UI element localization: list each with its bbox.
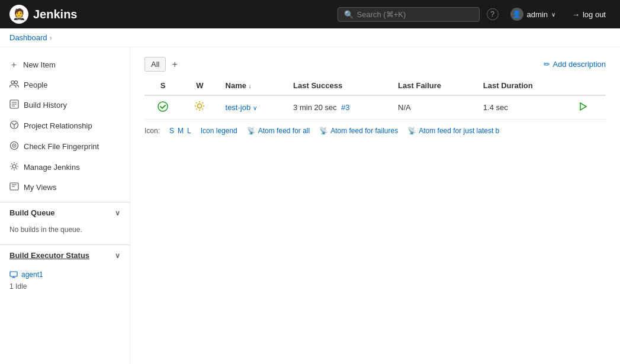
sidebar: ＋ New Item People Build History xyxy=(0,47,130,364)
username-label: admin xyxy=(527,10,548,19)
add-description-label: Add description xyxy=(552,60,606,69)
svg-point-7 xyxy=(12,165,16,168)
build-queue-empty-msg: No builds in the queue. xyxy=(9,226,82,234)
app-header: 🤵 Jenkins 🔍 ? 👤 admin ∨ → log out xyxy=(0,0,620,28)
atom-all-label: Atom feed for all xyxy=(258,127,310,135)
svg-marker-12 xyxy=(580,103,586,110)
sidebar-item-people[interactable]: People xyxy=(0,75,130,95)
col-s: S xyxy=(144,76,181,95)
executor-status-content: agent1 1 Idle xyxy=(0,266,130,298)
atom-failures-label: Atom feed for failures xyxy=(330,127,398,135)
status-success-icon xyxy=(158,105,168,114)
sidebar-label-project-relationship: Project Relationship xyxy=(24,121,92,130)
job-chevron-icon[interactable]: ∨ xyxy=(253,105,257,111)
build-queue-chevron-icon: ∨ xyxy=(115,209,120,217)
svg-point-10 xyxy=(158,102,168,111)
weather-cell xyxy=(181,95,218,120)
app-title: Jenkins xyxy=(33,8,77,21)
sidebar-label-new-item: New Item xyxy=(23,60,56,69)
search-box[interactable]: 🔍 xyxy=(338,7,480,22)
my-views-icon xyxy=(9,182,19,192)
breadcrumb-home[interactable]: Dashboard xyxy=(9,33,47,42)
svg-point-0 xyxy=(11,81,14,84)
sidebar-item-new-item[interactable]: ＋ New Item xyxy=(0,54,130,75)
new-item-icon: ＋ xyxy=(9,59,18,70)
col-name[interactable]: Name ↓ xyxy=(219,76,287,95)
weather-sunny-icon xyxy=(194,102,205,114)
agent-item[interactable]: agent1 xyxy=(9,268,120,281)
logout-button[interactable]: → log out xyxy=(567,8,611,21)
size-m[interactable]: M xyxy=(178,127,184,135)
run-cell xyxy=(571,95,606,120)
job-link[interactable]: test-job xyxy=(226,103,251,112)
help-icon[interactable]: ? xyxy=(487,8,499,20)
sidebar-label-people: People xyxy=(24,80,47,89)
logout-label: log out xyxy=(583,10,606,19)
jenkins-logo[interactable]: 🤵 Jenkins xyxy=(9,5,77,24)
sidebar-label-my-views: My Views xyxy=(24,183,56,192)
fingerprint-icon xyxy=(9,141,19,152)
executor-status-title: Build Executor Status xyxy=(9,251,89,260)
atom-latest-label: Atom feed for just latest b xyxy=(419,127,499,135)
sidebar-item-check-fingerprint[interactable]: Check File Fingerprint xyxy=(0,136,130,157)
last-success-build-link[interactable]: #3 xyxy=(341,103,349,112)
sidebar-item-project-relationship[interactable]: Project Relationship xyxy=(0,115,130,136)
col-actions xyxy=(571,76,606,95)
build-history-icon xyxy=(9,99,19,111)
executor-status-chevron-icon: ∨ xyxy=(115,252,120,260)
sort-arrow-icon: ↓ xyxy=(249,83,252,89)
manage-jenkins-icon xyxy=(9,162,19,173)
sidebar-label-check-fingerprint: Check File Fingerprint xyxy=(24,142,99,151)
executor-status-header[interactable]: Build Executor Status ∨ xyxy=(0,245,130,266)
search-input[interactable] xyxy=(357,10,473,19)
user-menu[interactable]: 👤 admin ∨ xyxy=(506,5,560,23)
table-footer: Icon: S M L Icon legend 📡 Atom feed for … xyxy=(144,120,606,137)
icon-label: Icon: xyxy=(144,127,160,135)
add-description-button[interactable]: ✏ Add description xyxy=(544,60,606,69)
size-options: S M L xyxy=(169,127,191,135)
atom-latest-link[interactable]: 📡 Atom feed for just latest b xyxy=(407,127,499,135)
add-tab-button[interactable]: + xyxy=(168,59,181,70)
sidebar-item-my-views[interactable]: My Views xyxy=(0,178,130,197)
pencil-icon: ✏ xyxy=(544,60,550,69)
svg-point-1 xyxy=(15,81,18,84)
svg-point-11 xyxy=(198,104,202,108)
last-success-time: 3 min 20 sec xyxy=(293,103,337,112)
last-success-cell: 3 min 20 sec #3 xyxy=(286,95,391,120)
svg-rect-9 xyxy=(10,272,17,276)
atom-all-icon: 📡 xyxy=(247,127,256,135)
col-last-failure: Last Failure xyxy=(391,76,476,95)
sidebar-item-manage-jenkins[interactable]: Manage Jenkins xyxy=(0,157,130,178)
sidebar-item-build-history[interactable]: Build History xyxy=(0,95,130,115)
tab-bar: All + xyxy=(144,57,181,72)
tab-all[interactable]: All xyxy=(144,57,166,72)
run-button[interactable] xyxy=(578,103,587,113)
logout-icon: → xyxy=(572,10,580,19)
breadcrumb: Dashboard › xyxy=(0,28,620,47)
search-icon: 🔍 xyxy=(344,10,354,19)
breadcrumb-separator: › xyxy=(50,33,52,42)
col-last-duration: Last Duration xyxy=(476,76,571,95)
monitor-icon xyxy=(9,271,18,278)
agent-name: agent1 xyxy=(21,270,43,279)
build-queue-header[interactable]: Build Queue ∨ xyxy=(0,202,130,223)
size-l[interactable]: L xyxy=(187,127,191,135)
idle-status: 1 Idle xyxy=(9,281,120,292)
jobs-table: S W Name ↓ Last Success Last Failure Las… xyxy=(144,76,606,120)
atom-failures-link[interactable]: 📡 Atom feed for failures xyxy=(319,127,398,135)
build-queue-title: Build Queue xyxy=(9,208,55,217)
col-w: W xyxy=(181,76,218,95)
executor-status-section: Build Executor Status ∨ agent1 1 Idle xyxy=(0,244,130,298)
name-cell: test-job ∨ xyxy=(219,95,287,120)
user-chevron-icon: ∨ xyxy=(551,11,555,18)
build-queue-section: Build Queue ∨ No builds in the queue. xyxy=(0,202,130,240)
main-layout: ＋ New Item People Build History xyxy=(0,47,620,364)
icon-legend-link[interactable]: Icon legend xyxy=(201,127,237,135)
col-last-success: Last Success xyxy=(286,76,391,95)
atom-all-link[interactable]: 📡 Atom feed for all xyxy=(247,127,310,135)
sidebar-label-build-history: Build History xyxy=(24,101,67,109)
size-s[interactable]: S xyxy=(169,127,174,135)
table-header: S W Name ↓ Last Success Last Failure Las… xyxy=(144,76,606,95)
logo-icon: 🤵 xyxy=(9,5,28,24)
project-relationship-icon xyxy=(9,120,19,131)
